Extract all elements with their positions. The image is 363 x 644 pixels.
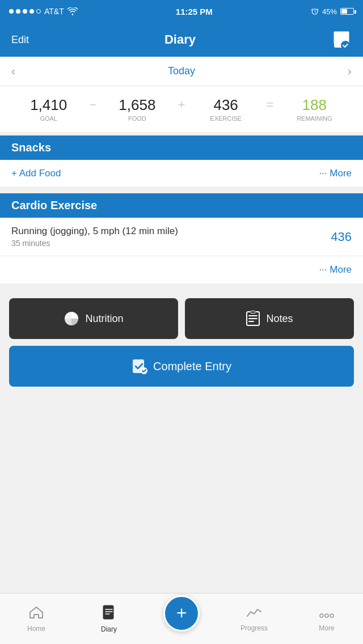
cardio-more-button[interactable]: ··· More bbox=[319, 264, 352, 276]
carrier-label: AT&T bbox=[44, 7, 64, 16]
exercise-name: Running (jogging), 5 mph (12 min mile) bbox=[11, 226, 331, 237]
section-spacer-2 bbox=[0, 283, 363, 289]
exercise-calories-value: 436 bbox=[331, 230, 352, 244]
complete-entry-label: Complete Entry bbox=[153, 360, 231, 373]
complete-entry-button[interactable]: Complete Entry bbox=[9, 346, 354, 387]
add-food-button[interactable]: + Add Food bbox=[11, 168, 61, 179]
nav-bar: Edit Diary bbox=[0, 23, 363, 57]
goal-label: GOAL bbox=[11, 115, 86, 122]
section-spacer-1 bbox=[0, 188, 363, 193]
cardio-title: Cardio Exercise bbox=[11, 199, 97, 211]
goal-value: 1,410 bbox=[11, 96, 86, 114]
svg-rect-9 bbox=[251, 311, 255, 313]
svg-rect-12 bbox=[103, 605, 113, 619]
add-icon: + bbox=[176, 603, 187, 624]
next-date-button[interactable]: › bbox=[348, 65, 352, 78]
dot-2 bbox=[16, 9, 20, 14]
nutrition-label: Nutrition bbox=[85, 313, 123, 325]
plus-op: + bbox=[175, 98, 189, 112]
home-icon bbox=[29, 605, 44, 622]
signal-dots bbox=[9, 9, 41, 14]
more-tab-label: More bbox=[319, 624, 334, 632]
notes-label: Notes bbox=[266, 313, 293, 325]
food-value: 1,658 bbox=[100, 96, 174, 114]
tab-add[interactable]: + bbox=[145, 595, 218, 643]
remaining-label: REMAINING bbox=[277, 115, 352, 122]
diary-tab-label: Diary bbox=[101, 625, 117, 633]
svg-point-15 bbox=[330, 614, 334, 617]
snacks-section-header: Snacks bbox=[0, 135, 363, 160]
wifi-icon bbox=[67, 7, 78, 15]
pie-chart-icon bbox=[64, 311, 79, 327]
dot-1 bbox=[9, 9, 14, 14]
date-navigation: ‹ Today › bbox=[0, 57, 363, 86]
exercise-entry[interactable]: Running (jogging), 5 mph (12 min mile) 3… bbox=[0, 218, 363, 256]
dot-3 bbox=[23, 9, 27, 14]
alarm-icon bbox=[311, 7, 319, 15]
cardio-more-row: ··· More bbox=[0, 256, 363, 283]
prev-date-button[interactable]: ‹ bbox=[11, 65, 15, 78]
battery-icon bbox=[340, 8, 354, 15]
minus-op: − bbox=[86, 98, 100, 112]
current-date[interactable]: Today bbox=[168, 65, 195, 77]
tab-bar-spacer bbox=[0, 393, 363, 444]
exercise-detail: 35 minutes bbox=[11, 239, 331, 248]
snacks-title: Snacks bbox=[11, 141, 51, 154]
more-icon bbox=[319, 606, 335, 622]
status-right: 45% bbox=[311, 7, 354, 16]
status-time: 11:25 PM bbox=[176, 7, 213, 16]
complete-entry-icon bbox=[132, 358, 147, 374]
progress-icon bbox=[246, 606, 262, 622]
svg-point-13 bbox=[320, 614, 323, 617]
dot-4 bbox=[29, 9, 34, 14]
battery-percent: 45% bbox=[322, 7, 337, 16]
page-title: Diary bbox=[164, 32, 196, 47]
add-button[interactable]: + bbox=[163, 595, 200, 632]
svg-point-14 bbox=[325, 614, 328, 617]
battery-fill bbox=[341, 9, 347, 14]
tab-progress[interactable]: Progress bbox=[218, 606, 290, 632]
calories-summary: 1,410 GOAL − 1,658 FOOD + 436 EXERCISE =… bbox=[0, 86, 363, 135]
remaining-value: 188 bbox=[277, 96, 352, 114]
notes-button[interactable]: Notes bbox=[185, 298, 354, 339]
exercise-label: EXERCISE bbox=[188, 115, 263, 122]
exercise-value: 436 bbox=[188, 96, 263, 114]
bottom-action-buttons: Nutrition Notes bbox=[0, 289, 363, 339]
goal-calories: 1,410 GOAL bbox=[11, 96, 86, 122]
food-calories: 1,658 FOOD bbox=[100, 96, 174, 122]
nutrition-button[interactable]: Nutrition bbox=[9, 298, 178, 339]
status-left: AT&T bbox=[9, 7, 78, 16]
food-label: FOOD bbox=[100, 115, 174, 122]
tab-bar: Home Diary + Progress bbox=[0, 593, 363, 644]
progress-tab-label: Progress bbox=[240, 624, 268, 632]
status-bar: AT&T 11:25 PM 45% bbox=[0, 0, 363, 23]
tab-more[interactable]: More bbox=[290, 606, 363, 632]
snacks-section-content: + Add Food ··· More bbox=[0, 160, 363, 188]
tab-diary[interactable]: Diary bbox=[73, 605, 145, 633]
tab-home[interactable]: Home bbox=[0, 605, 73, 633]
home-tab-label: Home bbox=[27, 625, 45, 633]
notes-icon bbox=[246, 311, 260, 327]
bookmark-check-button[interactable] bbox=[331, 29, 352, 50]
snacks-more-button[interactable]: ··· More bbox=[319, 168, 352, 179]
exercise-info: Running (jogging), 5 mph (12 min mile) 3… bbox=[11, 226, 331, 248]
remaining-calories: 188 REMAINING bbox=[277, 96, 352, 122]
exercise-calories: 436 EXERCISE bbox=[188, 96, 263, 122]
equals-op: = bbox=[263, 98, 277, 112]
cardio-section-header: Cardio Exercise bbox=[0, 193, 363, 218]
dot-5 bbox=[36, 9, 41, 14]
bookmark-check-icon bbox=[333, 31, 350, 49]
edit-button[interactable]: Edit bbox=[11, 34, 29, 46]
diary-icon bbox=[103, 605, 115, 623]
